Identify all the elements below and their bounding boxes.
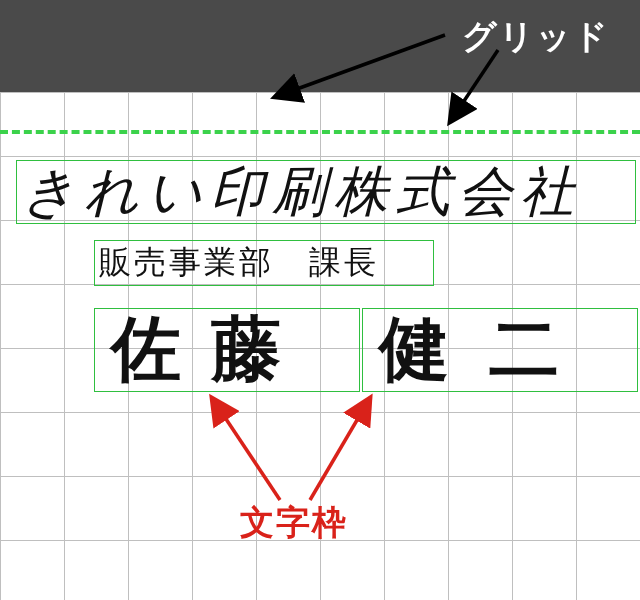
text-frame-name-given[interactable]: 健二 <box>362 308 638 392</box>
grid-annotation-label: グリッド <box>462 14 610 60</box>
text-frame-department[interactable]: 販売事業部 課長 <box>94 240 434 286</box>
green-dashed-guide <box>0 130 640 134</box>
text-frame-annotation-label: 文字枠 <box>240 500 348 546</box>
text-frame-company[interactable]: きれい印刷株式会社 <box>16 160 636 224</box>
text-frame-name-family[interactable]: 佐藤 <box>94 308 360 392</box>
name-family-text: 佐藤 <box>111 303 311 397</box>
company-text: きれい印刷株式会社 <box>21 156 582 229</box>
name-given-text: 健二 <box>379 303 599 397</box>
department-text: 販売事業部 課長 <box>99 241 379 285</box>
